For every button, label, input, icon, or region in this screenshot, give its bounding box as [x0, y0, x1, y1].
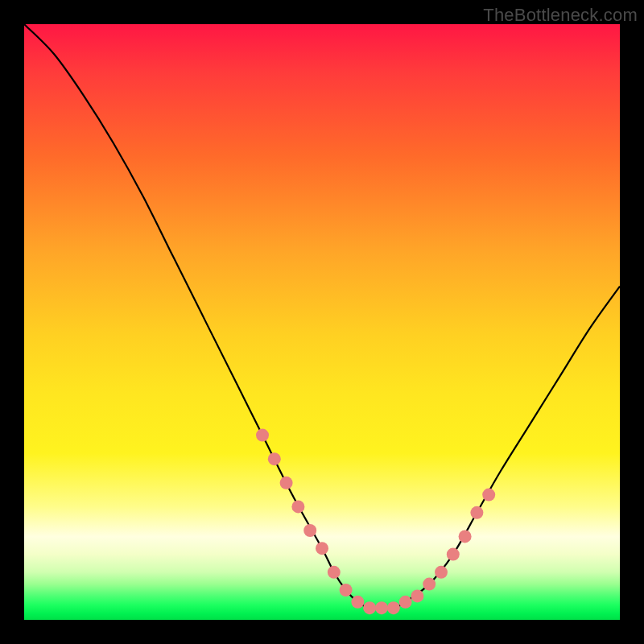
highlight-dot [399, 596, 412, 609]
highlight-dot [351, 596, 364, 609]
highlight-dot [280, 477, 293, 489]
highlight-dot [387, 601, 400, 614]
highlight-dot [423, 578, 436, 591]
curve-path [24, 24, 620, 609]
bottleneck-curve [24, 24, 620, 609]
highlight-dot [435, 566, 448, 579]
highlight-dot [375, 601, 388, 614]
highlight-dot [316, 542, 328, 555]
highlight-dot [411, 589, 423, 602]
chart-frame: TheBottleneck.com [0, 0, 644, 644]
highlight-dot [328, 566, 341, 579]
highlight-dot [470, 506, 483, 519]
highlight-dots [256, 429, 495, 615]
watermark-text: TheBottleneck.com [483, 5, 638, 26]
highlight-dot [447, 548, 460, 561]
highlight-dot [256, 429, 269, 442]
highlight-dot [340, 584, 353, 597]
chart-svg [24, 24, 620, 620]
highlight-dot [459, 530, 472, 543]
highlight-dot [291, 500, 304, 513]
plot-area [24, 24, 620, 620]
highlight-dot [363, 601, 376, 614]
highlight-dot [268, 452, 281, 465]
highlight-dot [303, 524, 316, 537]
highlight-dot [482, 489, 495, 502]
